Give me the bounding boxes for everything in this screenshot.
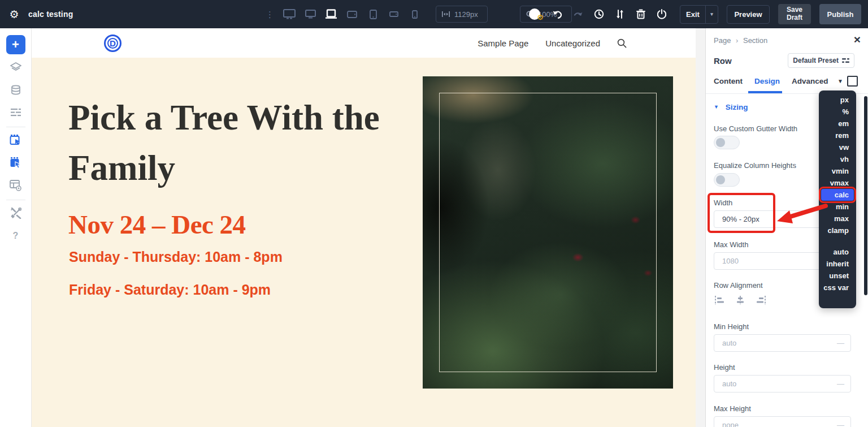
unit-option-inherit[interactable]: inherit [819, 258, 856, 270]
portability-power-icon[interactable] [656, 7, 668, 21]
unit-option-min[interactable]: min [819, 201, 856, 213]
responsive-square-icon[interactable] [847, 76, 858, 87]
unit-option-calc-selected[interactable]: calc [821, 189, 854, 201]
panel-scrollbar[interactable] [864, 96, 867, 295]
grid-mode-icon[interactable] [6, 153, 25, 172]
site-search-icon[interactable] [617, 38, 627, 48]
element-title: Row [714, 56, 732, 66]
builder-settings-gear-icon[interactable]: ⚙ [0, 8, 28, 21]
site-header: D Sample Page Uncategorized [32, 28, 696, 58]
hero-section[interactable]: Pick a Tree With the Family Nov 24 – Dec… [32, 58, 696, 427]
unit-option-css-var[interactable]: css var [819, 282, 856, 294]
unit-option-px[interactable]: px [819, 94, 856, 106]
tab-advanced[interactable]: Advanced [792, 77, 828, 85]
save-draft-button[interactable]: Save Draft [778, 4, 811, 24]
unit-dropdown-menu: px % em rem vw vh vmin vmax calc min max… [819, 90, 856, 308]
sizing-title: Sizing [726, 103, 748, 111]
unit-dropdown-caret-icon[interactable]: ▼ [837, 78, 843, 84]
gutter-width-toggle[interactable] [714, 136, 740, 149]
unit-option-clamp[interactable]: clamp [819, 225, 856, 236]
tab-design[interactable]: Design [754, 77, 780, 85]
phone-portrait-icon[interactable] [408, 7, 422, 21]
align-left-icon[interactable] [714, 294, 725, 307]
max-height-field-wrap: — [714, 416, 851, 427]
exit-button[interactable]: Exit ▾ [680, 5, 718, 24]
trash-icon[interactable] [635, 7, 647, 21]
breadcrumb-section[interactable]: Section [743, 36, 767, 45]
layers-icon[interactable] [6, 58, 25, 77]
canvas-width-value: 1129px [454, 10, 478, 19]
tools-icon[interactable] [6, 204, 25, 223]
canvas-gutter [696, 28, 705, 427]
default-preset-label: Default Preset [793, 57, 839, 64]
breadcrumb-page[interactable]: Page [714, 36, 731, 45]
hero-hours-fri-sat[interactable]: Friday - Saturday: 10am - 9pm [69, 282, 271, 298]
exit-dropdown-caret-icon[interactable]: ▾ [705, 6, 718, 23]
close-icon[interactable]: × [854, 33, 861, 46]
hero-heading[interactable]: Pick a Tree With the Family [68, 93, 419, 194]
unit-option-vmax[interactable]: vmax [819, 177, 856, 189]
gutter-width-label: Use Custom Gutter Width [714, 124, 797, 133]
row-alignment-label: Row Alignment [714, 281, 763, 290]
align-right-icon[interactable] [756, 294, 767, 307]
canvas-width-input[interactable]: 1129px [436, 6, 488, 23]
min-height-input[interactable] [714, 334, 851, 352]
unit-option-auto[interactable]: auto [819, 246, 856, 258]
page-settings-icon[interactable] [6, 176, 25, 195]
history-icon[interactable] [593, 7, 605, 21]
evergreen-photo[interactable] [423, 76, 673, 389]
tablet-landscape-icon[interactable] [345, 7, 359, 21]
page-list-icon[interactable] [6, 103, 25, 122]
preview-label: Preview [734, 10, 762, 19]
exit-label: Exit [680, 10, 705, 19]
max-height-input[interactable] [714, 416, 851, 427]
nav-link-sample-page[interactable]: Sample Page [478, 38, 528, 48]
builder-left-sidebar: + ? [0, 28, 32, 427]
sizing-caret-icon: ▼ [714, 104, 719, 110]
align-center-icon[interactable] [735, 294, 746, 307]
laptop-icon-active[interactable] [324, 7, 338, 21]
tab-content[interactable]: Content [714, 77, 743, 85]
hero-hours-sun-thu[interactable]: Sunday - Thursday: 10am - 8pm [69, 249, 283, 265]
tablet-portrait-icon[interactable] [366, 7, 380, 21]
page-canvas: D Sample Page Uncategorized Pick a Tree … [32, 28, 696, 427]
unit-option-vmin[interactable]: vmin [819, 165, 856, 177]
unit-option-rem[interactable]: rem [819, 130, 856, 141]
unit-option-em[interactable]: em [819, 118, 856, 130]
preview-button[interactable]: Preview [727, 5, 770, 24]
unit-option-max[interactable]: max [819, 213, 856, 225]
saved-items-icon[interactable] [6, 80, 25, 100]
click-mode-icon[interactable] [6, 131, 25, 150]
unit-option-vw[interactable]: vw [819, 141, 856, 153]
unit-option-unset[interactable]: unset [819, 270, 856, 282]
width-label: Width [714, 199, 732, 207]
divi-logo[interactable]: D [104, 34, 121, 52]
save-draft-label: Save Draft [778, 6, 811, 22]
sort-layers-icon[interactable] [614, 7, 626, 21]
phone-landscape-icon[interactable] [387, 7, 401, 21]
equalize-columns-toggle[interactable] [714, 173, 740, 187]
divi-ai-icon[interactable]: ⚙ [529, 7, 542, 21]
preset-sliders-icon [842, 58, 849, 63]
sizing-section-toggle[interactable]: ▼ Sizing [714, 103, 748, 111]
height-input[interactable] [714, 375, 851, 393]
settings-panel: Page › Section × Row Default Preset Cont… [705, 28, 868, 427]
default-preset-button[interactable]: Default Preset [788, 53, 854, 68]
help-icon[interactable]: ? [6, 226, 25, 245]
redo-icon[interactable] [572, 7, 584, 21]
unit-option-vh[interactable]: vh [819, 153, 856, 165]
desktop-icon[interactable] [303, 7, 317, 21]
add-module-button[interactable]: + [6, 35, 25, 54]
nav-link-uncategorized[interactable]: Uncategorized [545, 38, 600, 48]
max-width-label: Max Width [714, 240, 748, 249]
undo-icon[interactable] [551, 7, 563, 21]
publish-button[interactable]: Publish [819, 4, 861, 24]
min-height-label: Min Height [714, 322, 749, 331]
breadcrumb: Page › Section [714, 36, 767, 45]
max-height-label: Max Height [714, 404, 751, 413]
unit-option-percent[interactable]: % [819, 106, 856, 118]
drag-handle-icon[interactable]: ⋮ [266, 10, 274, 19]
height-field-wrap: — [714, 375, 851, 393]
hero-dates-text[interactable]: Nov 24 – Dec 24 [68, 209, 246, 240]
desktop-xl-icon[interactable] [283, 7, 296, 21]
